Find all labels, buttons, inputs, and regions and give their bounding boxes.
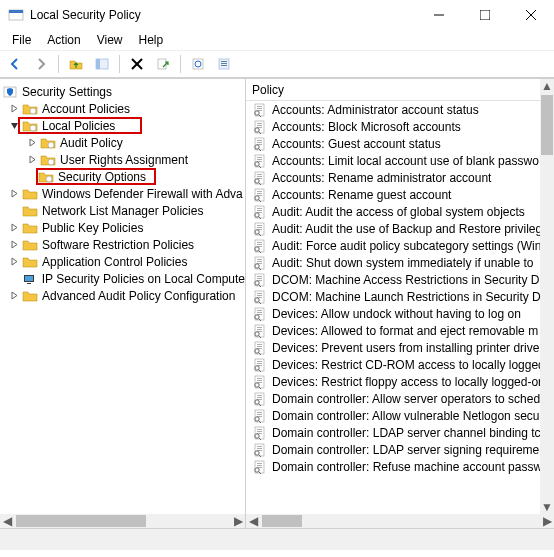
svg-rect-45 [257,157,262,158]
policy-icon [252,119,268,135]
expand-icon[interactable] [24,138,40,147]
policy-label: Audit: Audit the use of Backup and Resto… [272,222,540,236]
scroll-left-icon[interactable]: ◀ [0,514,14,528]
show-hide-tree-button[interactable] [91,53,113,75]
close-button[interactable] [508,0,554,30]
list-row[interactable]: Devices: Allowed to format and eject rem… [246,322,540,339]
scroll-left-icon[interactable]: ◀ [246,514,260,528]
delete-button[interactable] [126,53,148,75]
list-row[interactable]: Accounts: Rename guest account [246,186,540,203]
back-button[interactable] [4,53,26,75]
app-icon [8,7,24,23]
tree-item-security-options[interactable]: Security Options [0,168,245,185]
scroll-up-icon[interactable]: ▲ [540,79,554,93]
tree-item-network-list[interactable]: Network List Manager Policies [0,202,245,219]
svg-rect-87 [257,276,262,277]
list-row[interactable]: Audit: Audit the use of Backup and Resto… [246,220,540,237]
status-bar [0,528,554,550]
tree-item-audit-policy[interactable]: Audit Policy [0,134,245,151]
collapse-icon[interactable] [6,121,22,130]
tree-label: IP Security Policies on Local Compute [42,272,245,286]
list-row[interactable]: Devices: Allow undock without having to … [246,305,540,322]
export-button[interactable] [152,53,174,75]
policy-label: Accounts: Rename administrator account [272,171,491,185]
list-row[interactable]: Domain controller: Allow server operator… [246,390,540,407]
tree-label: Audit Policy [60,136,123,150]
policy-icon [252,187,268,203]
menu-action[interactable]: Action [39,31,88,49]
list-row[interactable]: Domain controller: Refuse machine accoun… [246,458,540,475]
list-horizontal-scrollbar[interactable]: ◀ ▶ [246,514,554,528]
tree-item-public-key[interactable]: Public Key Policies [0,219,245,236]
tree-item-account-policies[interactable]: Account Policies [0,100,245,117]
policy-icon [252,289,268,305]
list-row[interactable]: Accounts: Administrator account status [246,101,540,118]
column-policy[interactable]: Policy [252,83,284,97]
list-row[interactable]: Accounts: Guest account status [246,135,540,152]
list-row[interactable]: Domain controller: LDAP server signing r… [246,441,540,458]
svg-rect-147 [257,446,262,447]
window-title: Local Security Policy [30,8,416,22]
list-row[interactable]: Audit: Audit the access of global system… [246,203,540,220]
expand-icon[interactable] [6,257,22,266]
policy-label: Devices: Prevent users from installing p… [272,341,540,355]
policy-label: Audit: Force audit policy subcategory se… [272,239,540,253]
scroll-thumb[interactable] [16,515,146,527]
refresh-button[interactable] [187,53,209,75]
list-row[interactable]: Audit: Force audit policy subcategory se… [246,237,540,254]
policy-label: Devices: Allow undock without having to … [272,307,521,321]
expand-icon[interactable] [24,155,40,164]
list-row[interactable]: Accounts: Block Microsoft accounts [246,118,540,135]
list-row[interactable]: Accounts: Rename administrator account [246,169,540,186]
list-row[interactable]: Accounts: Limit local account use of bla… [246,152,540,169]
list-row[interactable]: DCOM: Machine Launch Restrictions in Sec… [246,288,540,305]
list-row[interactable]: Devices: Prevent users from installing p… [246,339,540,356]
expand-icon[interactable] [6,240,22,249]
folder-icon [22,288,38,304]
scroll-down-icon[interactable]: ▼ [540,500,554,514]
policy-icon [252,170,268,186]
list-row[interactable]: DCOM: Machine Access Restrictions in Sec… [246,271,540,288]
up-button[interactable] [65,53,87,75]
tree-label: Application Control Policies [42,255,187,269]
list-row[interactable]: Domain controller: LDAP server channel b… [246,424,540,441]
scroll-right-icon[interactable]: ▶ [540,514,554,528]
tree-item-local-policies[interactable]: Local Policies [0,117,245,134]
svg-rect-34 [257,125,262,126]
scroll-thumb[interactable] [262,515,302,527]
list-row[interactable]: Devices: Restrict floppy access to local… [246,373,540,390]
list-row[interactable]: Domain controller: Allow vulnerable Netl… [246,407,540,424]
list-row[interactable]: Devices: Restrict CD-ROM access to local… [246,356,540,373]
tree-item-firewall[interactable]: Windows Defender Firewall with Adva [0,185,245,202]
scroll-thumb[interactable] [541,95,553,155]
expand-icon[interactable] [6,189,22,198]
menu-view[interactable]: View [89,31,131,49]
list-row[interactable]: Audit: Shut down system immediately if u… [246,254,540,271]
tree-item-advanced-audit[interactable]: Advanced Audit Policy Configuration [0,287,245,304]
tree-label: User Rights Assignment [60,153,188,167]
forward-button[interactable] [30,53,52,75]
menu-file[interactable]: File [4,31,39,49]
expand-icon[interactable] [6,291,22,300]
properties-button[interactable] [213,53,235,75]
svg-rect-33 [257,123,262,124]
tree-item-ipsec[interactable]: IP Security Policies on Local Compute [0,270,245,287]
tree-item-app-control[interactable]: Application Control Policies [0,253,245,270]
expand-icon[interactable] [6,223,22,232]
list-vertical-scrollbar[interactable]: ▲ ▼ [540,79,554,514]
tree-item-software-restriction[interactable]: Software Restriction Policies [0,236,245,253]
tree-label: Public Key Policies [42,221,143,235]
menu-help[interactable]: Help [131,31,172,49]
svg-rect-106 [257,329,262,330]
maximize-button[interactable] [462,0,508,30]
scroll-right-icon[interactable]: ▶ [231,514,245,528]
svg-point-18 [30,108,36,114]
tree-horizontal-scrollbar[interactable]: ◀ ▶ [0,514,245,528]
minimize-button[interactable] [416,0,462,30]
policy-label: DCOM: Machine Access Restrictions in Sec… [272,273,540,287]
list-header[interactable]: Policy [246,79,554,101]
tree-item-user-rights[interactable]: User Rights Assignment [0,151,245,168]
tree-root[interactable]: Security Settings [0,83,245,100]
folder-icon [22,118,38,134]
expand-icon[interactable] [6,104,22,113]
